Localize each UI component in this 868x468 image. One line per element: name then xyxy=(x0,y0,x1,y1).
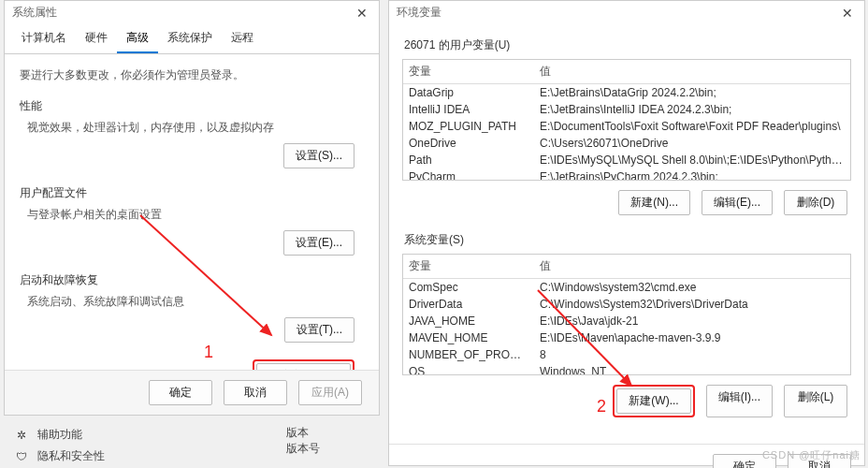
table-row[interactable]: IntelliJ IDEAE:\JetBrains\IntelliJ IDEA … xyxy=(403,101,850,118)
user-delete-button[interactable]: 删除(D) xyxy=(784,190,847,215)
dialog-title: 系统属性 xyxy=(12,5,57,21)
grid-header: 变量 值 xyxy=(403,60,850,84)
col-variable: 变量 xyxy=(403,255,534,278)
shield-icon: 🛡 xyxy=(15,450,28,463)
table-row[interactable]: OSWindows_NT xyxy=(403,363,850,375)
dialog-footer: 确定 取消 应用(A) xyxy=(5,370,379,415)
version-label: 版本 xyxy=(286,425,320,441)
admin-note: 要进行大多数更改，你必须作为管理员登录。 xyxy=(20,67,364,83)
sys-var-buttons: 新建(W)... 编辑(I)... 删除(L) xyxy=(402,385,847,417)
user-profile-desc: 与登录帐户相关的桌面设置 xyxy=(27,207,364,223)
table-row[interactable]: DriverDataC:\Windows\System32\Drivers\Dr… xyxy=(403,296,850,313)
user-vars-grid[interactable]: 变量 值 DataGripE:\JetBrains\DataGrip 2024.… xyxy=(402,59,851,181)
cell-variable: OneDrive xyxy=(403,135,534,152)
environment-variables-dialog: 环境变量 ✕ 26071 的用户变量(U) 变量 值 DataGripE:\Je… xyxy=(388,0,865,466)
cell-value: Windows_NT xyxy=(534,363,850,375)
user-edit-button[interactable]: 编辑(E)... xyxy=(702,190,773,215)
highlight-box-2: 新建(W)... xyxy=(613,385,694,417)
table-row[interactable]: OneDriveC:\Users\26071\OneDrive xyxy=(403,135,850,152)
version-labels: 版本 版本号 xyxy=(286,425,320,457)
cell-variable: ComSpec xyxy=(403,279,534,296)
cell-variable: NUMBER_OF_PROCESSORS xyxy=(403,346,534,363)
cell-variable: Path xyxy=(403,152,534,168)
startup-title: 启动和故障恢复 xyxy=(20,272,364,288)
sys-delete-button[interactable]: 删除(L) xyxy=(784,385,847,417)
cell-variable: DriverData xyxy=(403,296,534,313)
cell-value: 8 xyxy=(534,346,850,363)
cell-variable: PyCharm xyxy=(403,168,534,181)
col-value: 值 xyxy=(534,255,850,278)
marker-2: 2 xyxy=(597,397,606,417)
table-row[interactable]: MOZ_PLUGIN_PATHE:\DocumentTools\Foxit So… xyxy=(403,118,850,135)
system-properties-dialog: 系统属性 ✕ 计算机名 硬件 高级 系统保护 远程 要进行大多数更改，你必须作为… xyxy=(4,0,380,416)
cell-variable: IntelliJ IDEA xyxy=(403,101,534,118)
label: 辅助功能 xyxy=(37,427,82,443)
cell-value: E:\IDEs\Java\jdk-21 xyxy=(534,313,850,329)
watermark: CSDN @旺仔nai糖 xyxy=(762,448,861,462)
cell-variable: MOZ_PLUGIN_PATH xyxy=(403,118,534,135)
cell-variable: JAVA_HOME xyxy=(403,313,534,329)
marker-1: 1 xyxy=(204,343,213,362)
close-icon[interactable]: ✕ xyxy=(838,6,857,21)
tab-computer-name[interactable]: 计算机名 xyxy=(12,24,76,53)
table-row[interactable]: DataGripE:\JetBrains\DataGrip 2024.2.2\b… xyxy=(403,84,850,101)
cell-value: E:\JetBrains\PyCharm 2024.2.3\bin; xyxy=(534,168,850,181)
user-profile-title: 用户配置文件 xyxy=(20,185,364,201)
cell-variable: DataGrip xyxy=(403,84,534,101)
cell-value: E:\JetBrains\IntelliJ IDEA 2024.2.3\bin; xyxy=(534,101,850,118)
user-new-button[interactable]: 新建(N)... xyxy=(618,190,690,215)
ok-button[interactable]: 确定 xyxy=(149,380,212,405)
performance-title: 性能 xyxy=(20,98,364,114)
table-row[interactable]: PyCharmE:\JetBrains\PyCharm 2024.2.3\bin… xyxy=(403,168,850,181)
user-var-buttons: 新建(N)... 编辑(E)... 删除(D) xyxy=(402,190,847,215)
grid-rows[interactable]: ComSpecC:\Windows\system32\cmd.exeDriver… xyxy=(403,279,850,375)
cell-value: C:\Users\26071\OneDrive xyxy=(534,135,850,152)
cell-variable: MAVEN_HOME xyxy=(403,329,534,346)
col-variable: 变量 xyxy=(403,60,534,83)
sys-vars-label: 系统变量(S) xyxy=(404,232,851,248)
performance-desc: 视觉效果，处理器计划，内存使用，以及虚拟内存 xyxy=(27,120,364,136)
accessibility-icon: ✲ xyxy=(15,429,28,442)
cell-value: C:\Windows\system32\cmd.exe xyxy=(534,279,850,296)
table-row[interactable]: MAVEN_HOMEE:\IDEs\Maven\apache-maven-3.9… xyxy=(403,329,850,346)
tabstrip: 计算机名 硬件 高级 系统保护 远程 xyxy=(5,24,379,54)
table-row[interactable]: JAVA_HOMEE:\IDEs\Java\jdk-21 xyxy=(403,313,850,329)
table-row[interactable]: PathE:\IDEs\MySQL\MySQL Shell 8.0\bin\;E… xyxy=(403,152,850,168)
grid-rows[interactable]: DataGripE:\JetBrains\DataGrip 2024.2.2\b… xyxy=(403,84,850,181)
tab-remote[interactable]: 远程 xyxy=(222,24,263,53)
performance-settings-button[interactable]: 设置(S)... xyxy=(283,143,354,168)
cell-value: C:\Windows\System32\Drivers\DriverData xyxy=(534,296,850,313)
dialog-body: 26071 的用户变量(U) 变量 值 DataGripE:\JetBrains… xyxy=(389,24,864,444)
settings-bg: ✲辅助功能 🛡隐私和安全性 xyxy=(4,421,380,468)
grid-header: 变量 值 xyxy=(403,255,850,279)
build-label: 版本号 xyxy=(286,441,320,457)
sys-new-button[interactable]: 新建(W)... xyxy=(616,388,690,414)
close-icon[interactable]: ✕ xyxy=(353,6,371,21)
dialog-title: 环境变量 xyxy=(397,5,441,21)
cell-value: E:\JetBrains\DataGrip 2024.2.2\bin; xyxy=(534,84,850,101)
table-row[interactable]: NUMBER_OF_PROCESSORS8 xyxy=(403,346,850,363)
titlebar: 环境变量 ✕ xyxy=(389,1,864,24)
apply-button[interactable]: 应用(A) xyxy=(298,380,362,405)
dialog-body: 要进行大多数更改，你必须作为管理员登录。 性能 视觉效果，处理器计划，内存使用，… xyxy=(5,54,379,400)
sys-vars-grid[interactable]: 变量 值 ComSpecC:\Windows\system32\cmd.exeD… xyxy=(402,254,851,375)
user-profile-settings-button[interactable]: 设置(E)... xyxy=(283,230,354,256)
col-value: 值 xyxy=(534,60,850,83)
cell-variable: OS xyxy=(403,363,534,375)
cell-value: E:\DocumentTools\Foxit Software\Foxit PD… xyxy=(534,118,850,135)
label: 隐私和安全性 xyxy=(37,448,105,464)
cancel-button[interactable]: 取消 xyxy=(224,380,287,405)
sys-edit-button[interactable]: 编辑(I)... xyxy=(706,385,773,417)
cell-value: E:\IDEs\MySQL\MySQL Shell 8.0\bin\;E:\ID… xyxy=(534,152,850,168)
table-row[interactable]: ComSpecC:\Windows\system32\cmd.exe xyxy=(403,279,850,296)
cell-value: E:\IDEs\Maven\apache-maven-3.9.9 xyxy=(534,329,850,346)
user-vars-label: 26071 的用户变量(U) xyxy=(404,37,851,53)
startup-desc: 系统启动、系统故障和调试信息 xyxy=(27,294,364,310)
titlebar: 系统属性 ✕ xyxy=(5,1,379,24)
tab-hardware[interactable]: 硬件 xyxy=(76,24,117,53)
startup-settings-button[interactable]: 设置(T)... xyxy=(284,317,354,343)
user-profile-group: 用户配置文件 与登录帐户相关的桌面设置 设置(E)... xyxy=(20,185,364,256)
tab-system-protection[interactable]: 系统保护 xyxy=(158,24,222,53)
tab-advanced[interactable]: 高级 xyxy=(117,24,158,53)
performance-group: 性能 视觉效果，处理器计划，内存使用，以及虚拟内存 设置(S)... xyxy=(20,98,364,168)
